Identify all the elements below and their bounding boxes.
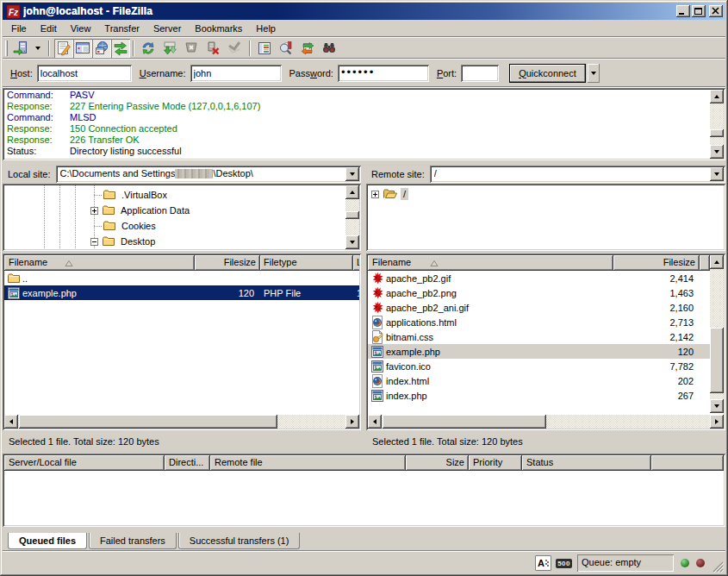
scroll-left-button[interactable] <box>4 415 18 429</box>
scroll-down-button[interactable] <box>710 399 724 413</box>
menu-bookmarks[interactable]: Bookmarks <box>188 21 249 36</box>
find-files-button[interactable] <box>320 39 339 58</box>
local-tree-icon <box>75 41 90 56</box>
column-header-last-modified[interactable]: Last modified <box>353 255 359 271</box>
tree-item-root[interactable]: / <box>371 186 408 202</box>
maximize-button[interactable] <box>692 5 706 17</box>
file-row[interactable]: favicon.ico 7,782 <box>368 359 710 373</box>
scroll-up-button[interactable] <box>345 185 359 199</box>
scroll-thumb[interactable] <box>710 129 724 137</box>
close-button[interactable] <box>709 5 723 17</box>
tree-item-cookies[interactable]: Cookies <box>103 218 159 234</box>
synchronized-browsing-icon <box>300 41 315 56</box>
dropdown-arrow-icon <box>591 72 596 75</box>
menu-server[interactable]: Server <box>146 21 188 36</box>
scroll-right-button[interactable] <box>710 415 724 429</box>
scroll-up-button[interactable] <box>710 255 724 269</box>
menu-help[interactable]: Help <box>249 21 283 36</box>
local-site-combobox[interactable]: C:\Documents and Settings\Desktop\ <box>56 166 361 183</box>
speed-limit-indicator[interactable]: 500 <box>556 559 572 568</box>
scroll-down-button[interactable] <box>345 235 359 249</box>
local-status-text: Selected 1 file. Total size: 120 bytes <box>3 432 361 451</box>
menu-file[interactable]: File <box>4 21 34 36</box>
column-header-direction[interactable]: Directi... <box>165 455 210 471</box>
file-row[interactable]: apache_pb2.png 1,463 <box>368 285 710 300</box>
column-header-filesize[interactable]: Filesize <box>195 255 260 271</box>
filter-button[interactable] <box>255 39 274 58</box>
local-list-hscrollbar[interactable] <box>4 415 359 429</box>
menu-view[interactable]: View <box>64 21 98 36</box>
directory-comparison-button[interactable] <box>277 39 296 58</box>
expand-icon[interactable] <box>90 207 98 215</box>
tab-queued-files[interactable]: Queued files <box>8 533 87 549</box>
minimize-button[interactable] <box>676 5 690 17</box>
menu-edit[interactable]: Edit <box>34 21 64 36</box>
column-header-server-local-file[interactable]: Server/Local file <box>4 455 165 471</box>
port-input[interactable] <box>461 65 499 82</box>
toggle-message-log-button[interactable] <box>54 39 73 58</box>
refresh-button[interactable] <box>139 39 158 58</box>
file-row-example-php[interactable]: example.php 120 <box>368 344 710 359</box>
toggle-local-tree-button[interactable] <box>73 39 92 58</box>
cancel-button[interactable] <box>182 39 201 58</box>
disconnect-button[interactable] <box>203 39 222 58</box>
tab-successful-transfers[interactable]: Successful transfers (1) <box>178 533 301 549</box>
reconnect-button[interactable] <box>225 39 244 58</box>
tree-item-desktop[interactable]: Desktop <box>90 234 158 249</box>
file-row-example-php[interactable]: example.php 120 PHP File 1 <box>4 285 359 300</box>
combo-dropdown-button[interactable] <box>345 167 359 181</box>
toggle-remote-tree-button[interactable] <box>92 39 111 58</box>
host-input[interactable] <box>37 65 132 82</box>
toggle-transfer-queue-button[interactable] <box>111 39 130 58</box>
file-row[interactable]: apache_pb2_ani.gif 2,160 <box>368 300 710 315</box>
column-header-filename[interactable]: Filename <box>368 255 613 271</box>
file-row[interactable]: index.html 202 <box>368 373 710 388</box>
column-header-filename[interactable]: Filename <box>4 255 195 271</box>
scroll-thumb[interactable] <box>710 328 724 393</box>
site-manager-dropdown[interactable] <box>33 39 43 58</box>
file-row[interactable]: apache_pb2.gif 2,414 <box>368 271 710 285</box>
scroll-left-button[interactable] <box>368 415 382 429</box>
remote-list-vscrollbar[interactable] <box>710 255 724 413</box>
scroll-thumb[interactable] <box>19 415 277 429</box>
data-type-indicator[interactable]: A <box>535 555 551 571</box>
tree-item-virtualbox[interactable]: .VirtualBox <box>103 187 170 203</box>
username-input[interactable] <box>190 65 282 82</box>
column-header-priority[interactable]: Priority <box>469 455 522 471</box>
scroll-thumb[interactable] <box>345 211 359 219</box>
scroll-up-button[interactable] <box>710 90 724 103</box>
scroll-right-button[interactable] <box>345 415 359 429</box>
column-header-status[interactable]: Status <box>522 455 651 471</box>
column-header-remote-file[interactable]: Remote file <box>210 455 406 471</box>
synchronized-browsing-button[interactable] <box>298 39 317 58</box>
combo-dropdown-button[interactable] <box>710 167 724 181</box>
password-input[interactable] <box>338 65 429 82</box>
log-scrollbar[interactable] <box>710 90 724 159</box>
title-bar[interactable]: Fz john@localhost - FileZilla <box>3 3 725 20</box>
resize-grip[interactable] <box>712 560 724 573</box>
tree-item-application-data[interactable]: Application Data <box>90 203 192 218</box>
column-header-filesize[interactable]: Filesize <box>613 255 700 271</box>
column-header-filetype[interactable]: Filetype <box>260 255 353 271</box>
scroll-thumb[interactable] <box>383 415 546 429</box>
collapse-icon[interactable] <box>90 238 98 246</box>
process-queue-button[interactable] <box>160 39 179 58</box>
site-manager-button[interactable] <box>11 39 30 58</box>
remote-list-hscrollbar[interactable] <box>368 415 724 429</box>
file-row[interactable]: applications.html 2,713 <box>368 315 710 329</box>
toolbar-grip <box>5 41 8 56</box>
remote-site-combobox[interactable]: / <box>430 166 725 183</box>
local-tree-scrollbar[interactable] <box>345 185 359 249</box>
local-site-label: Local site: <box>3 169 56 179</box>
quickconnect-button[interactable]: Quickconnect <box>509 64 586 83</box>
quickconnect-dropdown[interactable] <box>588 64 600 83</box>
tab-failed-transfers[interactable]: Failed transfers <box>89 533 177 549</box>
expand-icon[interactable] <box>371 191 379 198</box>
dropdown-arrow-icon <box>350 172 355 176</box>
column-header-size[interactable]: Size <box>406 455 469 471</box>
scroll-down-button[interactable] <box>710 145 724 159</box>
file-row[interactable]: index.php 267 <box>368 388 710 403</box>
file-row[interactable]: bitnami.css 2,142 <box>368 329 710 344</box>
file-row-parent-dir[interactable]: .. <box>4 271 359 285</box>
menu-transfer[interactable]: Transfer <box>97 21 146 36</box>
